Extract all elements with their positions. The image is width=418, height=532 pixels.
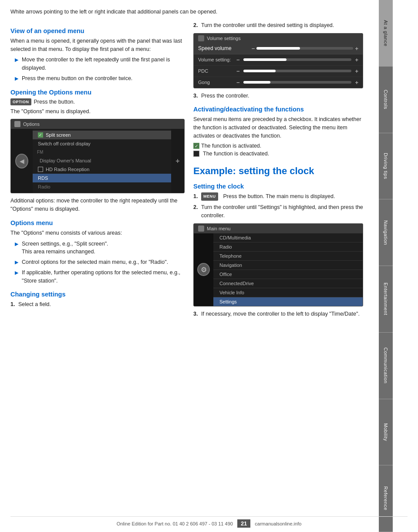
options-bullet-arrow-1: ▶: [15, 240, 18, 248]
bullet-arrow-1: ▶: [15, 56, 18, 64]
vol-plus-gong[interactable]: +: [355, 79, 358, 86]
options-screen-title: Options: [23, 121, 40, 127]
main-menu-left-panel: ⚙: [194, 233, 213, 306]
main-menu-body: ⚙ CD/Multimedia Radio Telephone Navigati…: [194, 233, 363, 306]
vol-minus-1[interactable]: −: [236, 57, 240, 63]
main-menu-items-list: CD/Multimedia Radio Telephone Navigation…: [213, 233, 363, 306]
sidebar-tab-at-a-glance[interactable]: At a glance: [379, 0, 393, 67]
checked-checkbox-icon: ✓: [193, 143, 199, 149]
vol-plus-pdc[interactable]: +: [355, 68, 358, 74]
section-changing-title: Changing settings: [10, 291, 185, 298]
example-title: Example: setting the clock: [193, 165, 363, 177]
bullet-arrow-2: ▶: [15, 75, 18, 82]
vol-speed-slider-track: [256, 47, 353, 50]
vol-plus-1[interactable]: +: [355, 57, 358, 63]
options-screen-title-bar: Options: [11, 119, 184, 129]
section-opened-menu-body: When a menu is opened, it generally open…: [10, 37, 185, 54]
checkbox-unchecked-row: The function is deactivated.: [193, 151, 363, 157]
page-number: 21: [237, 519, 250, 528]
unchecked-function-text: The function is deactivated.: [203, 151, 269, 157]
vol-speed-item: Speed volume − +: [194, 43, 363, 54]
main-menu-screen: Main menu ⚙ CD/Multimedia Radio Telephon…: [193, 223, 363, 306]
changing-step-1: 1. Select a field.: [10, 300, 185, 309]
sidebar-tab-navigation[interactable]: Navigation: [379, 199, 393, 266]
footer-text-left: Online Edition for Part no. 01 40 2 606 …: [117, 521, 233, 526]
vol-fill-pdc: [243, 70, 276, 72]
options-screen-menu: ✓ Split screen Switch off control displa…: [33, 129, 171, 193]
checked-function-text: The function is activated.: [201, 143, 261, 149]
sidebar-tab-mobility[interactable]: Mobility: [379, 399, 393, 466]
vol-minus-pdc[interactable]: −: [236, 68, 240, 74]
vol-label-1: Volume setting:: [198, 57, 233, 62]
volume-settings-screen: Volume settings Speed volume − +: [193, 33, 363, 88]
example-step-2: 2. Turn the controller until "Settings" …: [193, 203, 363, 220]
menu-telephone: Telephone: [213, 252, 363, 261]
options-bullet-3: ▶ If applicable, further operating optio…: [15, 269, 185, 285]
sidebar-tab-entertainment[interactable]: Entertainment: [379, 266, 393, 333]
vol-minus-gong[interactable]: −: [236, 79, 240, 86]
sidebar-tab-controls[interactable]: Controls: [379, 67, 393, 133]
activating-body: Several menu items are preceded by a che…: [193, 115, 363, 140]
options-screen-controller: ◀: [11, 129, 33, 193]
vol-fill-1: [243, 58, 287, 61]
vol-speed-plus[interactable]: +: [355, 45, 358, 52]
main-menu-screen-title: Main menu: [207, 226, 230, 231]
right-sidebar: At a glance Controls Driving tips Naviga…: [379, 0, 393, 532]
gear-icon: ⚙: [197, 263, 210, 276]
additional-options-text: Additional options: move the controller …: [10, 197, 185, 213]
menu-item-display-manual: Display Owner's Manual: [33, 156, 171, 165]
sidebar-tab-communication[interactable]: Communication: [379, 333, 393, 399]
vol-item-pdc: PDC − +: [194, 66, 363, 77]
menu-item-split-screen: ✓ Split screen: [33, 131, 171, 139]
vol-screen-icon: [198, 35, 204, 41]
plus-button: +: [175, 157, 179, 165]
checkbox-checked-row: ✓ The function is activated.: [193, 143, 363, 149]
sidebar-tab-driving-tips[interactable]: Driving tips: [379, 133, 393, 200]
bullet-item-2: ▶ Press the menu button on the controlle…: [15, 74, 185, 83]
vol-label-pdc: PDC: [198, 68, 233, 74]
options-bullet-arrow-3: ▶: [15, 269, 18, 276]
unchecked-checkbox-icon: [193, 151, 199, 157]
page-footer: Online Edition for Part no. 01 40 2 606 …: [10, 516, 408, 528]
vol-label-gong: Gong: [198, 80, 233, 85]
vol-title-bar: Volume settings: [194, 34, 363, 43]
options-screen-mockup: Options ◀ ✓ Split screen: [10, 119, 185, 193]
vol-speed-fill: [256, 47, 300, 50]
vol-slider-gong: [243, 81, 352, 84]
setting-clock-subtitle: Setting the clock: [193, 183, 363, 190]
vol-item-gong: Gong − +: [194, 77, 363, 88]
menu-settings: Settings: [213, 297, 363, 306]
menu-radio: Radio: [213, 242, 363, 252]
menu-item-switch-off: Switch off control display: [33, 139, 171, 148]
vol-item-volume-setting: Volume setting: − +: [194, 54, 363, 66]
menu-item-hd-radio: HD Radio Reception: [33, 165, 171, 174]
intro-paragraph: White arrows pointing to the left or rig…: [10, 8, 368, 16]
main-menu-title-bar: Main menu: [194, 224, 363, 233]
left-column: View of an opened menu When a menu is op…: [10, 21, 185, 321]
controller-circle: ◀: [15, 154, 28, 168]
options-bullet-2: ▶ Control options for the selected main …: [15, 258, 185, 266]
menu-vehicle-info: Vehicle Info: [213, 288, 363, 297]
bullet-item-1: ▶ Move the controller to the left repeat…: [15, 56, 185, 72]
press-button-text: Press the button.: [34, 99, 75, 105]
option-button-label: OPTION: [10, 98, 31, 105]
vol-fill-gong: [243, 81, 270, 84]
menu-navigation: Navigation: [213, 261, 363, 270]
options-menu-displayed-text: The "Options" menu is displayed.: [10, 108, 185, 116]
footer-text-right: carmanualsonline.info: [255, 521, 301, 526]
vol-slider-1: [243, 58, 352, 61]
options-menu-body: The "Options" menu consists of various a…: [10, 229, 185, 237]
main-menu-screen-icon: [198, 226, 204, 232]
right-column: 2. Turn the controller until the desired…: [193, 21, 363, 321]
vol-speed-minus[interactable]: −: [252, 45, 255, 52]
section-options-menu-title: Options menu: [10, 219, 185, 226]
section-options-opening-title: Opening the Options menu: [10, 89, 185, 96]
menu-connecteddrive: ConnectedDrive: [213, 279, 363, 288]
menu-cd-multimedia: CD/Multimedia: [213, 233, 363, 242]
options-bullet-1: ▶ Screen settings, e.g., "Split screen".…: [15, 240, 185, 256]
check-icon-hd: [38, 167, 43, 172]
right-step-3: 3. Press the controller.: [193, 92, 363, 100]
section-opened-menu-title: View of an opened menu: [10, 27, 185, 34]
menu-button-label: MENU: [201, 192, 218, 201]
right-step-2: 2. Turn the controller until the desired…: [193, 21, 363, 30]
